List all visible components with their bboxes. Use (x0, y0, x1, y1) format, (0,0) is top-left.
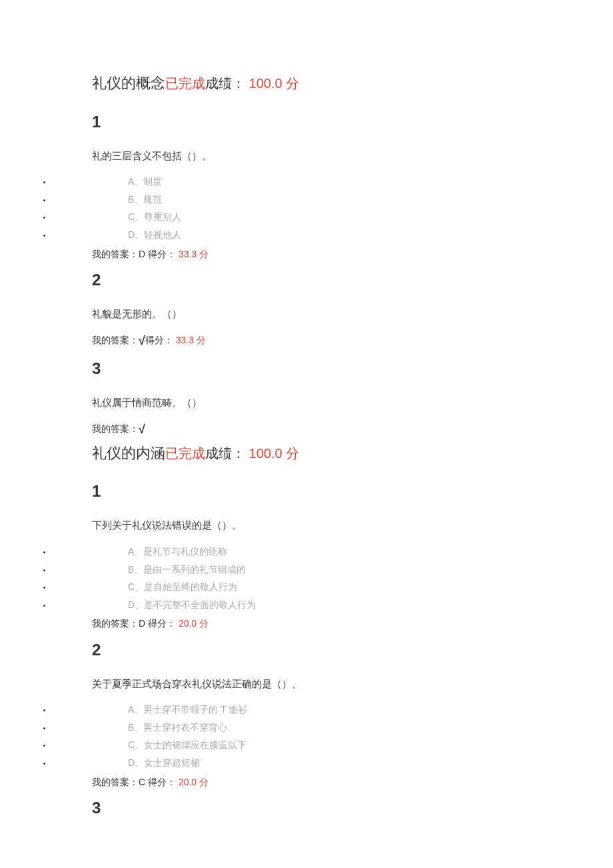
options-list: A、是礼节与礼仪的统称 B、是由一系列的礼节组成的 C、是自始至终的敬人行为 D… (52, 543, 560, 613)
points-value: 33.3 (176, 249, 199, 259)
option-letter: B、 (128, 194, 143, 205)
answer-line: 我的答案：D 得分： 33.3 分 (92, 247, 560, 261)
section-header: 礼仪的内涵已完成成绩： 100.0 分 (92, 443, 560, 464)
option-letter: A、 (128, 546, 143, 557)
score-value: 100.0 (245, 446, 286, 461)
score-label: 成绩： (205, 76, 245, 91)
question-text: 关于夏季正式场合穿衣礼仪说法正确的是（）。 (92, 677, 560, 692)
options-list: A、制度 B、规范 C、尊重别人 D、轻视他人 (52, 173, 560, 243)
option-text: 女士穿超短裙 (144, 757, 200, 768)
question-number: 3 (92, 799, 560, 817)
answer-label: 我的答案： (92, 777, 139, 787)
option-text: 男士穿衬衣不穿背心 (143, 722, 227, 733)
score-label: 成绩： (205, 446, 245, 461)
option-letter: C、 (128, 581, 144, 592)
answer-line: 我的答案：√得分： 33.3 分 (92, 331, 560, 351)
points-unit: 分 (199, 777, 209, 787)
points-value: 20.0 (176, 777, 199, 787)
option-text: 是不完整不全面的敬人行为 (144, 599, 256, 610)
option-text: 制度 (143, 176, 162, 187)
option-text: 规范 (143, 194, 162, 205)
section-status: 已完成 (165, 446, 205, 461)
points-unit: 分 (197, 335, 206, 345)
answer-label: 我的答案： (92, 423, 139, 434)
points-label: 得分： (148, 249, 176, 259)
section-title: 礼仪的概念 (92, 75, 165, 91)
check-icon: √ (139, 423, 145, 436)
question-number: 2 (92, 271, 560, 289)
points-unit: 分 (199, 249, 209, 259)
section-header: 礼仪的概念已完成成绩： 100.0 分 (92, 73, 560, 94)
option-item: D、女士穿超短裙 (52, 754, 560, 772)
answer-line: 我的答案：D 得分： 20.0 分 (92, 616, 560, 631)
options-list: A、男士穿不带领子的 T 恤衫 B、男士穿衬衣不穿背心 C、女士的裙摆应在膝盖以… (52, 701, 560, 771)
answer-label: 我的答案： (92, 618, 139, 629)
option-letter: A、 (128, 176, 143, 187)
answer-value: D (139, 618, 148, 629)
option-letter: D、 (128, 757, 144, 768)
option-letter: B、 (128, 564, 143, 575)
option-text: 尊重别人 (144, 211, 181, 222)
answer-value: D (139, 249, 148, 259)
score-value: 100.0 (245, 76, 286, 91)
option-item: A、男士穿不带领子的 T 恤衫 (52, 701, 560, 719)
option-item: B、是由一系列的礼节组成的 (52, 561, 560, 579)
option-letter: A、 (128, 704, 143, 715)
option-text: 是由一系列的礼节组成的 (143, 564, 246, 575)
option-item: B、规范 (52, 191, 560, 209)
answer-line: 我的答案：C 得分： 20.0 分 (92, 775, 560, 789)
score-unit: 分 (286, 76, 299, 91)
option-item: C、女士的裙摆应在膝盖以下 (52, 736, 560, 754)
answer-value: C (139, 777, 148, 787)
option-text: 女士的裙摆应在膝盖以下 (144, 739, 247, 750)
document-body: 礼仪的概念已完成成绩： 100.0 分 1 礼的三层含义不包括（）。 A、制度 … (0, 73, 613, 817)
section-status: 已完成 (165, 76, 205, 91)
option-item: A、制度 (52, 173, 560, 191)
option-item: A、是礼节与礼仪的统称 (52, 543, 560, 561)
option-letter: C、 (128, 739, 144, 750)
points-unit: 分 (199, 618, 209, 629)
points-label: 得分： (148, 777, 176, 787)
points-label: 得分： (145, 335, 173, 345)
option-letter: C、 (128, 211, 144, 222)
check-icon: √ (139, 334, 145, 347)
question-text: 下列关于礼仪说法错误的是（）。 (92, 518, 560, 533)
option-text: 是自始至终的敬人行为 (144, 581, 237, 592)
points-label: 得分： (148, 618, 176, 629)
option-letter: D、 (128, 599, 144, 610)
answer-label: 我的答案： (92, 335, 139, 345)
option-letter: B、 (128, 722, 143, 733)
option-item: D、轻视他人 (52, 226, 560, 244)
option-item: B、男士穿衬衣不穿背心 (52, 719, 560, 737)
question-number: 1 (92, 113, 560, 131)
points-value: 33.3 (173, 335, 197, 345)
answer-label: 我的答案： (92, 249, 139, 259)
option-letter: D、 (128, 229, 144, 240)
option-text: 男士穿不带领子的 T 恤衫 (143, 704, 247, 715)
question-text: 礼仪属于情商范畴。（） (92, 395, 560, 411)
option-item: C、是自始至终的敬人行为 (52, 578, 560, 596)
question-text: 礼貌是无形的。（） (92, 307, 560, 322)
option-text: 是礼节与礼仪的统称 (143, 546, 227, 557)
score-unit: 分 (286, 446, 299, 461)
option-item: D、是不完整不全面的敬人行为 (52, 596, 560, 614)
option-text: 轻视他人 (144, 229, 181, 240)
points-value: 20.0 (176, 618, 199, 629)
question-text: 礼的三层含义不包括（）。 (92, 149, 560, 164)
section-title: 礼仪的内涵 (92, 445, 165, 461)
question-number: 2 (92, 641, 560, 659)
option-item: C、尊重别人 (52, 208, 560, 226)
question-number: 3 (92, 359, 560, 378)
question-number: 1 (92, 482, 560, 501)
answer-line: 我的答案：√ (92, 420, 560, 439)
